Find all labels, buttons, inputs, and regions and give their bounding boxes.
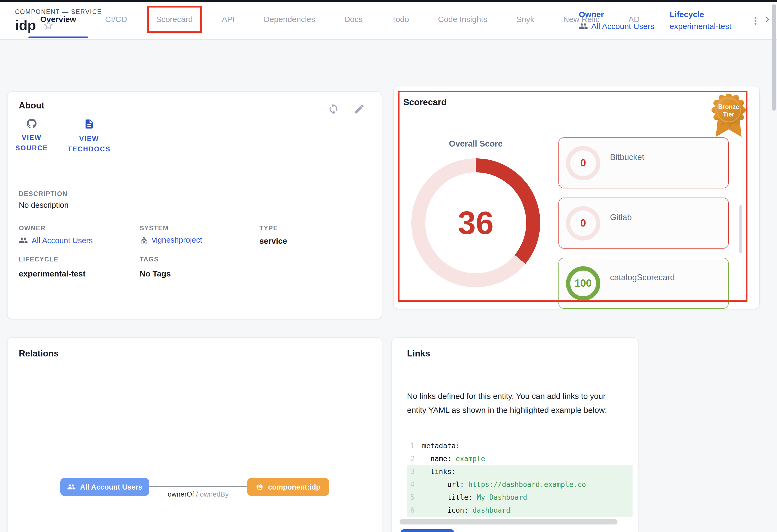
tab-api[interactable]: API — [207, 0, 249, 38]
tab-docs[interactable]: Docs — [330, 0, 377, 38]
scorecard-title: Scorecard — [403, 97, 446, 107]
badge-line1: Bronze — [718, 103, 739, 110]
lifecycle-field-value: experimental-test — [19, 269, 85, 278]
tab-label: Scorecard — [156, 14, 193, 24]
tab-label: Todo — [392, 14, 409, 24]
code-line: 6 icon: dashboard — [407, 504, 633, 517]
line-content: - url: https://dashboard.example.co — [422, 478, 586, 491]
tab-code-insights[interactable]: Code Insights — [424, 0, 502, 38]
scorecard-item-list: 0Bitbucket0Gitlab100catalogScorecard — [558, 137, 729, 309]
view-source-link[interactable]: VIEW SOURCE — [13, 119, 50, 153]
chip-icon — [256, 483, 264, 491]
line-content: icon: dashboard — [422, 504, 511, 517]
score-value: 0 — [570, 150, 596, 176]
code-line: 1metadata: — [407, 440, 633, 452]
refresh-icon[interactable] — [328, 103, 339, 115]
page-scrollbar[interactable] — [772, 4, 776, 111]
code-line: 5 title: My Dashboard — [407, 491, 633, 504]
about-title: About — [19, 100, 44, 111]
relation-node-owner[interactable]: All Account Users — [60, 478, 149, 496]
scorecard-card: Scorecard Bronze Tier Overall Score 36 — [394, 87, 759, 309]
tab-ad[interactable]: AD — [614, 0, 654, 38]
tab-label: CI/CD — [105, 14, 127, 24]
scorecard-list-scrollbar[interactable] — [740, 205, 742, 253]
tab-snyk[interactable]: Snyk — [502, 0, 549, 38]
line-number: 6 — [407, 504, 415, 517]
line-number: 4 — [407, 478, 415, 491]
lifecycle-value: experimental-test — [670, 21, 731, 31]
edge-label-muted: / ownedBy — [194, 490, 229, 498]
score-ring: 0 — [566, 146, 600, 180]
links-card: Links No links defined for this entity. … — [392, 338, 638, 532]
tab-new-relic[interactable]: New Relic — [549, 0, 614, 38]
links-empty-text: No links defined for this entity. You ca… — [407, 389, 623, 417]
view-source-label: VIEW SOURCE — [13, 133, 50, 153]
score-ring: 0 — [566, 206, 600, 241]
line-content: title: My Dashboard — [422, 491, 527, 504]
group-icon — [19, 236, 28, 245]
relation-node-label: All Account Users — [80, 483, 142, 491]
about-card: About VIEW SOURCE VIEW TECHDOCS DESCRIPT… — [7, 92, 382, 319]
code-line: 4 - url: https://dashboard.example.co — [407, 478, 633, 491]
code-horizontal-scrollbar[interactable] — [400, 519, 618, 525]
techdocs-icon — [84, 119, 95, 129]
score-value: 100 — [570, 271, 596, 296]
overall-score-label: Overall Score — [422, 139, 530, 149]
relation-node-component[interactable]: component:idp — [247, 478, 329, 496]
tags-field-label: TAGS — [140, 256, 159, 263]
header-lifecycle: Lifecycle experimental-test — [670, 9, 731, 31]
relations-card: Relations All Account Users component:id… — [7, 338, 382, 532]
scorecard-item-catalogscorecard[interactable]: 100catalogScorecard — [558, 258, 729, 309]
system-field-label: SYSTEM — [140, 224, 169, 232]
bronze-tier-badge: Bronze Tier — [711, 94, 746, 140]
tab-label: Code Insights — [438, 14, 487, 24]
tab-label: Docs — [344, 14, 362, 24]
kebab-menu-icon[interactable] — [750, 15, 761, 27]
tab-label: Overview — [40, 14, 76, 24]
relations-title: Relations — [19, 349, 59, 359]
tab-label: API — [222, 14, 235, 24]
owner-field-label: OWNER — [19, 224, 46, 232]
badge-line2: Tier — [723, 111, 734, 118]
code-line: 2 name: example — [407, 452, 633, 466]
tab-scorecard[interactable]: Scorecard — [141, 0, 207, 38]
code-block: 1metadata:2 name: example3 links:4 - url… — [407, 440, 633, 518]
github-icon — [27, 119, 36, 128]
description-value: No description — [19, 201, 69, 210]
view-techdocs-label: VIEW TECHDOCS — [62, 134, 116, 155]
links-action-button[interactable] — [401, 529, 454, 532]
edit-icon[interactable] — [353, 103, 365, 115]
tab-dependencies[interactable]: Dependencies — [249, 0, 330, 38]
view-techdocs-link[interactable]: VIEW TECHDOCS — [62, 119, 116, 155]
tab-todo[interactable]: Todo — [377, 0, 423, 38]
score-ring: 100 — [566, 266, 600, 301]
relation-edge — [149, 486, 247, 487]
score-name: catalogScorecard — [610, 273, 675, 282]
tab-overview[interactable]: Overview — [26, 0, 91, 38]
relation-edge-label: ownerOf / ownedBy — [138, 490, 258, 498]
about-quick-links: VIEW SOURCE VIEW TECHDOCS — [13, 119, 116, 155]
description-label: DESCRIPTION — [19, 190, 68, 197]
overall-score-value: 36 — [425, 172, 526, 273]
type-field-value: service — [259, 236, 287, 245]
tab-label: Dependencies — [264, 14, 315, 24]
type-field-label: TYPE — [259, 224, 278, 232]
tab-label: AD — [629, 14, 640, 24]
owner-field-link[interactable]: All Account Users — [19, 236, 93, 245]
line-number: 1 — [407, 440, 415, 452]
tab-ci-cd[interactable]: CI/CD — [91, 0, 141, 38]
owner-field-value: All Account Users — [32, 236, 93, 245]
tab-label: Snyk — [516, 14, 534, 24]
group-icon — [67, 483, 76, 491]
line-number: 3 — [407, 466, 415, 478]
chevron-right-icon[interactable] — [762, 0, 773, 39]
line-number: 2 — [407, 452, 415, 466]
scorecard-item-gitlab[interactable]: 0Gitlab — [558, 197, 729, 249]
category-icon — [140, 236, 148, 244]
links-title: Links — [407, 349, 430, 359]
scorecard-item-bitbucket[interactable]: 0Bitbucket — [558, 137, 729, 188]
edge-label-strong: ownerOf — [168, 490, 194, 498]
relation-node-label: component:idp — [268, 483, 321, 491]
system-field-link[interactable]: vigneshproject — [140, 236, 202, 244]
tab-label: New Relic — [563, 14, 599, 24]
